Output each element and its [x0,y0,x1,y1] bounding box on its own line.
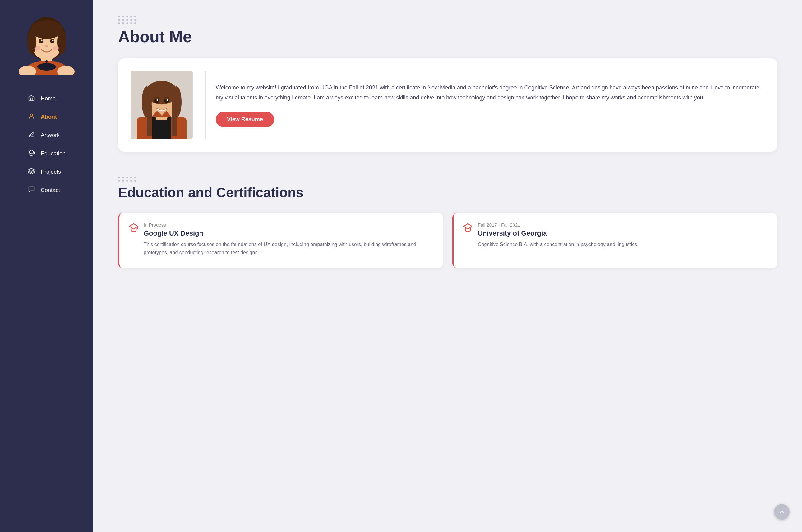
sidebar-item-label: Projects [41,169,61,175]
view-resume-button[interactable]: View Resume [216,112,274,127]
home-icon [28,94,35,103]
edu-desc-0: This certification course focuses on the… [144,241,434,256]
about-text-block: Welcome to my website! I graduated from … [205,71,765,139]
page-title: About Me [118,27,777,46]
sidebar-item-education[interactable]: Education [21,145,72,162]
pencil-icon [28,131,35,139]
svg-rect-32 [172,105,176,136]
sidebar-item-home[interactable]: Home [21,90,72,107]
main-content: About Me [93,0,802,532]
svg-point-10 [52,40,54,41]
edu-name-0: Google UX Design [144,229,434,238]
svg-point-15 [45,63,48,66]
svg-rect-25 [152,117,171,139]
sidebar-item-label: Home [41,95,56,102]
dots-decoration [118,16,777,24]
sidebar-item-label: About [41,114,57,120]
svg-point-37 [161,114,163,116]
svg-marker-22 [29,168,34,171]
edu-card-0: In Progess Google UX Design This certifi… [118,213,443,268]
svg-point-13 [53,46,59,50]
edu-period-0: In Progess [144,222,434,227]
edu-card-header-0: In Progess Google UX Design This certifi… [129,222,434,256]
svg-point-36 [167,99,168,101]
edu-card-header-1: Fall 2017 - Fall 2021 University of Geor… [463,222,768,249]
svg-point-16 [45,60,48,63]
layers-icon [28,168,35,176]
sidebar-item-contact[interactable]: Contact [21,182,72,199]
svg-point-19 [30,114,32,116]
graduation-icon-0 [129,223,138,235]
svg-marker-40 [464,224,472,229]
education-section: Education and Certifications In Progess … [118,176,777,268]
sidebar-item-label: Artwork [41,132,60,138]
svg-point-7 [39,39,43,43]
edu-card-1: Fall 2017 - Fall 2021 University of Geor… [452,213,777,268]
edu-meta-0: In Progess Google UX Design This certifi… [144,222,434,256]
sidebar: Home About Artwork [0,0,93,532]
scroll-top-button[interactable] [774,504,789,519]
svg-point-33 [154,98,159,103]
profile-photo [131,71,193,139]
education-cards: In Progess Google UX Design This certifi… [118,213,777,268]
svg-rect-31 [147,105,152,136]
svg-point-11 [45,45,48,47]
about-card: Welcome to my website! I graduated from … [118,58,777,152]
avatar-illustration [16,13,78,75]
svg-point-6 [31,20,63,39]
svg-point-35 [157,99,158,101]
education-section-title: Education and Certifications [118,185,777,201]
sidebar-item-label: Education [41,150,66,157]
avatar [16,13,78,75]
edu-meta-1: Fall 2017 - Fall 2021 University of Geor… [478,222,768,249]
svg-point-34 [164,98,169,103]
graduation-icon-1 [463,223,473,235]
edu-period-1: Fall 2017 - Fall 2021 [478,222,768,227]
sidebar-item-projects[interactable]: Projects [21,164,72,180]
svg-point-12 [34,46,40,50]
main-nav: Home About Artwork [12,90,81,200]
svg-point-9 [41,40,42,41]
chat-icon [28,186,35,194]
user-icon [28,113,35,121]
edu-name-1: University of Georgia [478,229,768,238]
sidebar-item-artwork[interactable]: Artwork [21,127,72,144]
svg-point-8 [50,39,54,43]
sidebar-item-about[interactable]: About [21,109,72,126]
svg-marker-38 [130,224,138,229]
edu-desc-1: Cognitive Science B.A. with a concentrat… [478,241,768,249]
education-dots [118,176,777,182]
mortarboard-icon [28,150,35,158]
about-description: Welcome to my website! I graduated from … [216,83,765,102]
sidebar-item-label: Contact [41,187,60,194]
